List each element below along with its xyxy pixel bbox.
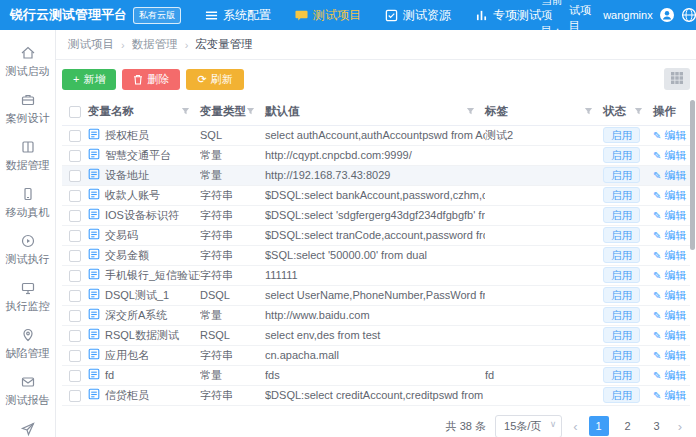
edit-link[interactable]: ✎编辑	[653, 168, 686, 183]
edit-link[interactable]: ✎编辑	[653, 248, 686, 263]
edit-link[interactable]: ✎编辑	[653, 348, 686, 363]
edit-link[interactable]: ✎编辑	[653, 268, 686, 283]
row-checkbox[interactable]	[69, 190, 81, 202]
variable-name: 应用包名	[105, 348, 149, 363]
filter-icon[interactable]	[246, 107, 255, 116]
sidebar-item-data-management[interactable]: 数据管理	[0, 132, 55, 179]
pencil-icon: ✎	[653, 390, 661, 401]
delete-button[interactable]: 删除	[122, 69, 180, 90]
tag-value	[485, 225, 603, 245]
edit-link[interactable]: ✎编辑	[653, 128, 686, 143]
enable-status-button[interactable]: 启用	[603, 227, 640, 243]
refresh-button[interactable]: ⟳ 刷新	[186, 69, 243, 90]
enable-status-button[interactable]: 启用	[603, 327, 640, 343]
row-checkbox[interactable]	[69, 330, 81, 342]
menu-item-test-project[interactable]: 测试项目	[295, 7, 361, 24]
sidebar-item-defect-management[interactable]: 缺陷管理	[0, 320, 55, 367]
settings-globe-icon[interactable]	[681, 7, 696, 23]
table-row[interactable]: IOS设备标识符 字符串 $DSQL:select 'sdgfergerg43d…	[62, 205, 690, 225]
edit-link[interactable]: ✎编辑	[653, 368, 686, 383]
row-checkbox[interactable]	[69, 350, 81, 362]
row-checkbox[interactable]	[69, 310, 81, 322]
page-size-select[interactable]: 15条/页 ∨	[495, 415, 562, 437]
filter-icon[interactable]	[584, 107, 593, 116]
row-checkbox[interactable]	[69, 370, 81, 382]
page-1-button[interactable]: 1	[589, 416, 609, 436]
next-page-button[interactable]: ›	[676, 419, 684, 434]
row-checkbox[interactable]	[69, 290, 81, 302]
sidebar-item-test-report[interactable]: 测试报告	[0, 367, 55, 414]
enable-status-button[interactable]: 启用	[603, 347, 640, 363]
table-row[interactable]: DSQL测试_1 DSQL select UserName,PhoneNumbe…	[62, 285, 690, 305]
enable-status-button[interactable]: 启用	[603, 367, 640, 383]
avatar-icon[interactable]	[659, 7, 675, 23]
sidebar-item-test-launch[interactable]: 测试启动	[0, 38, 55, 85]
edit-link[interactable]: ✎编辑	[653, 308, 686, 323]
column-settings-button[interactable]	[664, 68, 690, 90]
table-row[interactable]: 收款人账号 字符串 $DSQL:select bankAccount,passw…	[62, 185, 690, 205]
enable-status-button[interactable]: 启用	[603, 147, 640, 163]
sidebar-item-mobile-device[interactable]: 移动真机	[0, 179, 55, 226]
breadcrumb-data-management[interactable]: 数据管理	[132, 37, 178, 52]
edit-link[interactable]: ✎编辑	[653, 188, 686, 203]
filter-icon[interactable]	[634, 107, 643, 116]
add-button[interactable]: + 新增	[62, 69, 116, 90]
enable-status-button[interactable]: 启用	[603, 127, 640, 143]
row-checkbox[interactable]	[69, 150, 81, 162]
table-row[interactable]: RSQL数据测试 RSQL select env,des from test 启…	[62, 325, 690, 345]
total-count: 共 38 条	[446, 419, 486, 434]
table-row[interactable]: 交易码 字符串 $DSQL:select tranCode,account,pa…	[62, 225, 690, 245]
menu-item-special-test[interactable]: 专项测试	[475, 7, 541, 24]
row-checkbox[interactable]	[69, 230, 81, 242]
table-row[interactable]: 智慧交通平台 常量 http://cqypt.cnpcbd.com:9999/ …	[62, 145, 690, 165]
row-checkbox[interactable]	[69, 390, 81, 402]
vertical-scrollbar[interactable]	[690, 100, 695, 250]
enable-status-button[interactable]: 启用	[603, 307, 640, 323]
table-row[interactable]: 交易金额 字符串 $SQL:select '50000.00' from dua…	[62, 245, 690, 265]
breadcrumb-test-project[interactable]: 测试项目	[68, 37, 114, 52]
row-checkbox[interactable]	[69, 130, 81, 142]
table-row[interactable]: 信贷柜员 字符串 $DSQL:select creditAccount,cred…	[62, 385, 690, 405]
table-row[interactable]: fd 常量 fds fd 启用 ✎编辑	[62, 365, 690, 385]
row-checkbox[interactable]	[69, 270, 81, 282]
edit-link[interactable]: ✎编辑	[653, 208, 686, 223]
table-row[interactable]: 手机银行_短信验证码 字符串 111111 启用 ✎编辑	[62, 265, 690, 285]
menu-item-test-resource[interactable]: 测试资源	[385, 7, 451, 24]
sidebar-item-ai-recognition[interactable]: AI识别	[0, 414, 55, 437]
row-checkbox[interactable]	[69, 250, 81, 262]
filter-icon[interactable]	[466, 107, 475, 116]
mobile-icon	[0, 186, 55, 202]
select-all-checkbox[interactable]	[69, 106, 81, 118]
sidebar-item-execution-monitor[interactable]: 执行监控	[0, 273, 55, 320]
sidebar-item-case-design[interactable]: 案例设计	[0, 85, 55, 132]
app-title: 锐行云测试管理平台	[10, 6, 127, 24]
edit-link[interactable]: ✎编辑	[653, 328, 686, 343]
prev-page-button[interactable]: ‹	[571, 419, 579, 434]
username[interactable]: wangminx	[603, 9, 653, 21]
edit-link[interactable]: ✎编辑	[653, 288, 686, 303]
menu-item-system-config[interactable]: 系统配置	[205, 7, 271, 24]
page-3-button[interactable]: 3	[647, 416, 667, 436]
edit-link[interactable]: ✎编辑	[653, 148, 686, 163]
row-checkbox[interactable]	[69, 210, 81, 222]
enable-status-button[interactable]: 启用	[603, 267, 640, 283]
edit-link[interactable]: ✎编辑	[653, 228, 686, 243]
enable-status-button[interactable]: 启用	[603, 187, 640, 203]
enable-status-button[interactable]: 启用	[603, 247, 640, 263]
edit-link[interactable]: ✎编辑	[653, 388, 686, 403]
enable-status-button[interactable]: 启用	[603, 387, 640, 403]
table-row[interactable]: 授权柜员 SQL select authAccount,authAccountp…	[62, 125, 690, 145]
row-checkbox[interactable]	[69, 170, 81, 182]
enable-status-button[interactable]: 启用	[603, 287, 640, 303]
sidebar-item-test-execution[interactable]: 测试执行	[0, 226, 55, 273]
page-2-button[interactable]: 2	[618, 416, 638, 436]
filter-icon[interactable]	[181, 107, 190, 116]
table-row[interactable]: 应用包名 字符串 cn.apacha.mall 启用 ✎编辑	[62, 345, 690, 365]
default-value: cn.apacha.mall	[265, 345, 485, 365]
enable-status-button[interactable]: 启用	[603, 167, 640, 183]
variable-icon	[88, 288, 100, 302]
table-row[interactable]: 设备地址 常量 http://192.168.73.43:8029 启用 ✎编辑	[62, 165, 690, 185]
tag-value: fd	[485, 365, 603, 385]
enable-status-button[interactable]: 启用	[603, 207, 640, 223]
table-row[interactable]: 深交所A系统 常量 http://www.baidu.com 启用 ✎编辑	[62, 305, 690, 325]
